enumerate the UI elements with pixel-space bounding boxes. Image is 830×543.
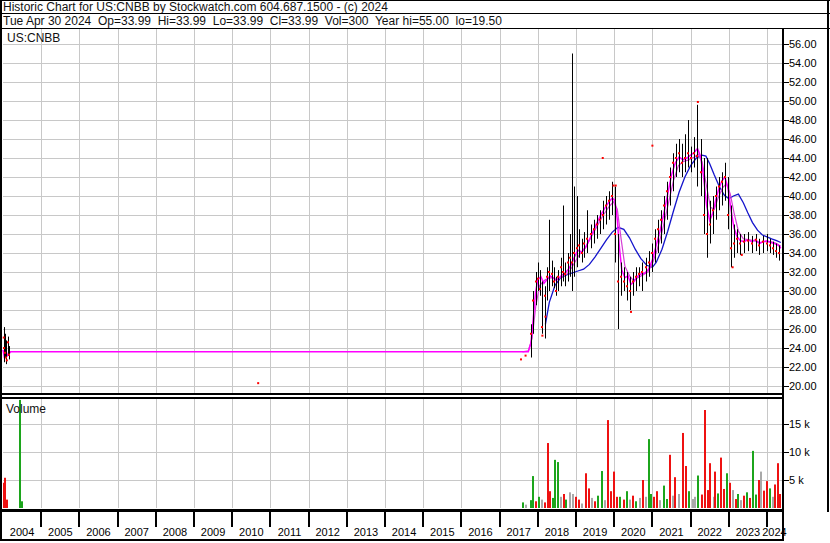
close-dot (733, 243, 735, 245)
close-dot (537, 278, 539, 280)
year-label: 2014 (392, 526, 416, 538)
volume-bar (645, 497, 647, 508)
volume-bar (648, 439, 650, 508)
volume-bar (565, 500, 567, 508)
outer-left-border (0, 0, 2, 541)
volume-bar (659, 500, 661, 508)
close-dot (569, 257, 571, 259)
close-dot (706, 233, 708, 235)
volume-bar (578, 500, 580, 508)
close-dot (678, 152, 680, 154)
volume-bar (674, 477, 676, 508)
year-axis-tick (308, 512, 310, 527)
close-dot (551, 273, 553, 275)
year-label: 2017 (506, 526, 530, 538)
close-dot (586, 238, 588, 240)
year-label: 2020 (621, 526, 645, 538)
stock-chart-svg: 56.0054.0052.0050.0048.0046.0044.0042.00… (0, 0, 830, 543)
close-dot (5, 357, 7, 359)
price-tick-label: 28.00 (789, 304, 817, 316)
close-dot (630, 311, 632, 313)
volume-bar (777, 463, 779, 508)
outer-top-border (0, 0, 830, 1)
volume-bar (746, 492, 748, 508)
year-axis-tick (766, 512, 768, 527)
close-dot (654, 238, 656, 240)
volume-bar (619, 497, 621, 508)
volume-bar (723, 489, 725, 508)
volume-bar (538, 497, 540, 508)
volume-bar (650, 494, 652, 508)
volume-bar (743, 496, 745, 508)
volume-bar (692, 499, 694, 508)
close-dot (769, 244, 771, 246)
chart-top-border (0, 28, 830, 29)
year-axis-tick (384, 512, 386, 527)
volume-bar (629, 500, 631, 508)
close-dot (541, 335, 543, 337)
volume-bar (585, 473, 587, 508)
volume-bar (755, 495, 757, 508)
year-label: 2023 (736, 526, 760, 538)
volume-bar (601, 471, 603, 508)
volume-bar (653, 497, 655, 508)
volume-bar (581, 504, 583, 508)
close-dot (557, 276, 559, 278)
close-dot (535, 281, 537, 283)
close-dot (583, 243, 585, 245)
close-dot (681, 162, 683, 164)
volume-bar (685, 466, 687, 508)
year-axis-tick (499, 512, 501, 527)
year-axis-tick (346, 512, 348, 527)
year-axis-tick (728, 512, 730, 527)
volume-bar (560, 497, 562, 508)
price-tick-label: 26.00 (789, 323, 817, 335)
volume-bar (707, 490, 709, 508)
year-axis-tick (460, 512, 462, 527)
close-dot (562, 271, 564, 273)
close-dot (651, 252, 653, 254)
price-tick-label: 42.00 (789, 171, 817, 183)
close-dot (7, 341, 9, 343)
close-dot (727, 214, 729, 216)
volume-bar (737, 494, 739, 508)
volume-bar (19, 400, 21, 508)
year-label: 2018 (545, 526, 569, 538)
price-tick-label: 30.00 (789, 285, 817, 297)
close-dot (730, 247, 732, 249)
volume-bar (21, 501, 23, 508)
panel-divider-upper (0, 393, 784, 395)
close-dot (778, 252, 780, 254)
volume-bar (758, 480, 760, 508)
year-axis-tick (269, 512, 271, 527)
close-dot (663, 205, 665, 207)
close-dot (669, 176, 671, 178)
volume-tick-label: 15 k (789, 418, 810, 430)
close-dot (564, 273, 566, 275)
price-tick-label: 40.00 (789, 190, 817, 202)
close-dot (567, 262, 569, 264)
volume-bar (726, 473, 728, 508)
close-dot (560, 266, 562, 268)
price-tick-label: 24.00 (789, 342, 817, 354)
close-dot (629, 290, 631, 292)
volume-bar (549, 491, 551, 508)
volume-bar (717, 493, 719, 508)
year-axis-tick (193, 512, 195, 527)
close-dot (599, 219, 601, 221)
close-dot (709, 224, 711, 226)
close-dot (532, 300, 534, 302)
close-dot (548, 271, 550, 273)
close-dot (693, 152, 695, 154)
close-dot (747, 240, 749, 242)
volume-bar (656, 491, 658, 508)
volume-bar (535, 501, 537, 508)
volume-bar (766, 481, 768, 508)
close-dot (590, 233, 592, 235)
close-dot (553, 281, 555, 283)
close-dot (602, 157, 604, 159)
volume-bar (688, 491, 690, 508)
year-axis-tick (537, 512, 539, 527)
close-dot (571, 262, 573, 264)
volume-bar (678, 494, 680, 508)
